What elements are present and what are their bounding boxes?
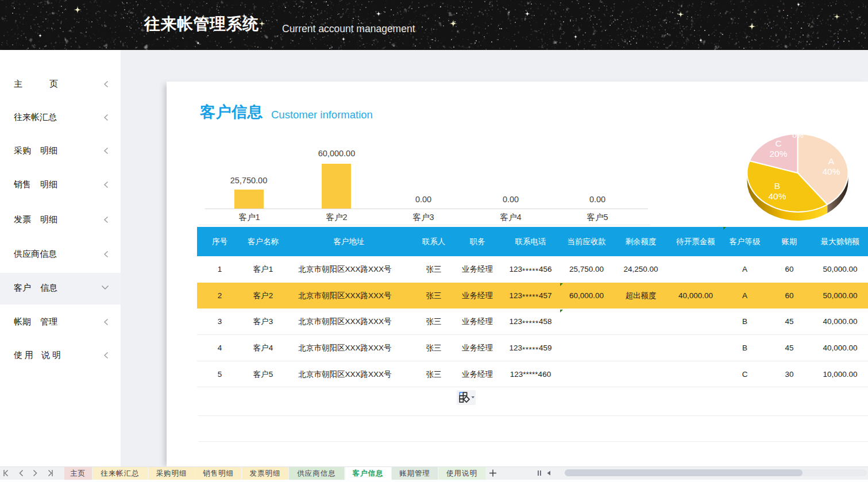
svg-text:40%: 40%	[768, 191, 786, 201]
svg-text:A: A	[828, 156, 835, 166]
svg-text:20%: 20%	[769, 149, 787, 159]
svg-text:40%: 40%	[822, 167, 840, 176]
svg-text:C: C	[775, 138, 781, 148]
svg-text:0%: 0%	[792, 131, 804, 140]
svg-text:B: B	[774, 181, 780, 191]
